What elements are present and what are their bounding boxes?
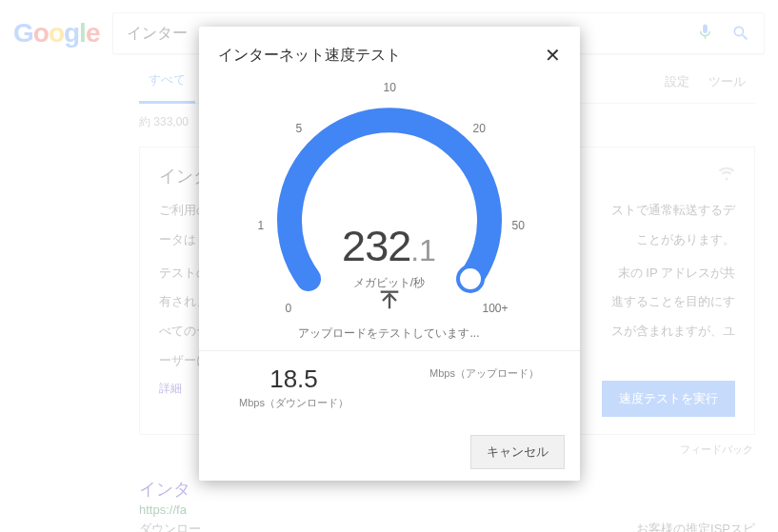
- gauge-tick-10: 10: [384, 81, 396, 94]
- download-value: 18.5: [199, 365, 389, 394]
- gauge-tick-5: 5: [296, 122, 303, 135]
- cancel-button[interactable]: キャンセル: [470, 435, 565, 469]
- upload-arrow-icon: [237, 287, 542, 317]
- gauge-value-main: 232: [342, 222, 410, 270]
- gauge-value-frac: .1: [410, 233, 436, 267]
- modal-backdrop: インターネット速度テスト ✕ 0 1 5 10 20 50 100+ 232.1…: [0, 0, 778, 532]
- gauge-tick-20: 20: [473, 122, 486, 135]
- download-result: 18.5 Mbps（ダウンロード）: [199, 365, 389, 410]
- upload-label: Mbps（アップロード）: [389, 366, 580, 381]
- close-icon[interactable]: ✕: [545, 44, 561, 67]
- speed-gauge: 0 1 5 10 20 50 100+ 232.1 メガビット/秒 アップロード…: [237, 84, 542, 350]
- upload-result: Mbps（アップロード）: [389, 365, 580, 410]
- speed-test-modal: インターネット速度テスト ✕ 0 1 5 10 20 50 100+ 232.1…: [199, 27, 580, 481]
- gauge-status: アップロードをテストしています...: [237, 325, 542, 342]
- modal-title: インターネット速度テスト: [218, 46, 401, 66]
- download-label: Mbps（ダウンロード）: [199, 396, 389, 410]
